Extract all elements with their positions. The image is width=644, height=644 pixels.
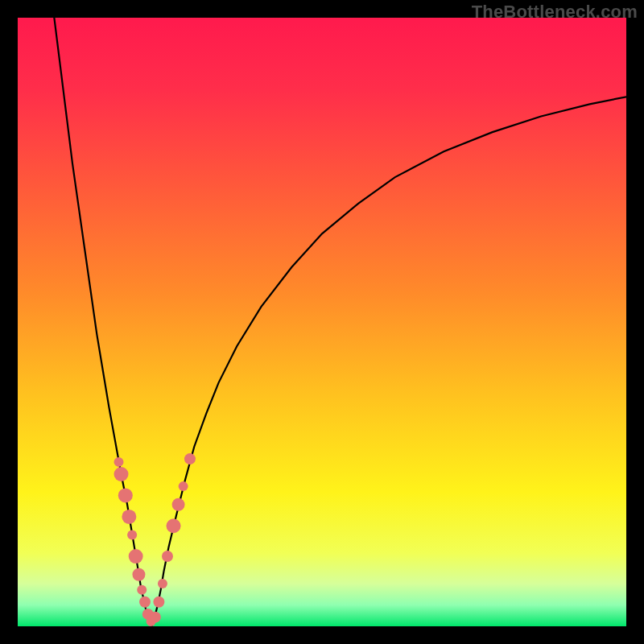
data-marker [129,549,143,564]
bottleneck-curve [18,18,626,626]
data-marker [137,585,147,595]
data-marker [132,568,145,581]
data-marker [114,457,124,467]
watermark-text: TheBottleneck.com [472,2,638,23]
plot-area [18,18,626,626]
data-marker [184,453,196,464]
data-marker [150,612,161,623]
data-marker [172,498,185,511]
data-marker [158,579,167,588]
data-marker [118,488,133,502]
data-marker [179,481,188,491]
data-marker [139,597,151,608]
data-marker [122,510,136,524]
data-marker [167,518,181,533]
data-marker [153,597,164,608]
chart-frame: TheBottleneck.com [0,0,644,644]
data-marker [114,467,129,481]
data-marker [127,530,137,540]
data-marker [162,551,173,562]
